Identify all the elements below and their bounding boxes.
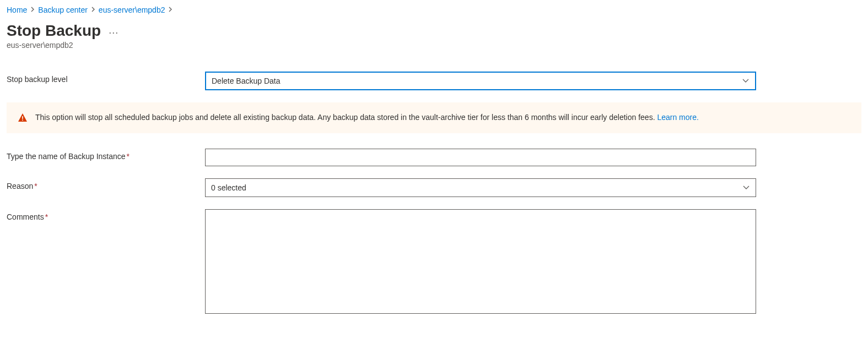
warning-icon bbox=[18, 113, 28, 123]
more-actions-icon[interactable]: ··· bbox=[109, 24, 118, 39]
chevron-down-icon bbox=[742, 77, 750, 85]
instance-name-label: Type the name of Backup Instance* bbox=[7, 149, 205, 161]
reason-dropdown[interactable]: 0 selected bbox=[205, 178, 756, 197]
breadcrumb: Home Backup center eus-server\empdb2 bbox=[7, 6, 861, 14]
comments-label: Comments* bbox=[7, 209, 205, 221]
stop-backup-level-label: Stop backup level bbox=[7, 72, 205, 84]
svg-rect-1 bbox=[22, 119, 23, 121]
breadcrumb-resource[interactable]: eus-server\empdb2 bbox=[99, 6, 165, 14]
chevron-right-icon bbox=[91, 6, 95, 14]
chevron-down-icon bbox=[742, 183, 750, 192]
page-subtitle: eus-server\empdb2 bbox=[7, 41, 861, 50]
instance-name-input[interactable] bbox=[205, 149, 756, 166]
chevron-right-icon bbox=[30, 6, 35, 14]
warning-banner: This option will stop all scheduled back… bbox=[7, 102, 861, 133]
reason-label: Reason* bbox=[7, 178, 205, 190]
stop-backup-level-dropdown[interactable]: Delete Backup Data bbox=[205, 72, 756, 90]
svg-rect-0 bbox=[22, 116, 23, 119]
comments-textarea[interactable] bbox=[205, 209, 756, 314]
chevron-right-icon bbox=[168, 6, 172, 14]
page-title: Stop Backup bbox=[7, 22, 101, 40]
breadcrumb-backup-center[interactable]: Backup center bbox=[38, 6, 88, 14]
warning-text: This option will stop all scheduled back… bbox=[35, 112, 699, 123]
reason-value: 0 selected bbox=[211, 183, 246, 192]
breadcrumb-home[interactable]: Home bbox=[7, 6, 27, 14]
stop-backup-level-value: Delete Backup Data bbox=[212, 77, 281, 85]
learn-more-link[interactable]: Learn more. bbox=[657, 113, 698, 122]
